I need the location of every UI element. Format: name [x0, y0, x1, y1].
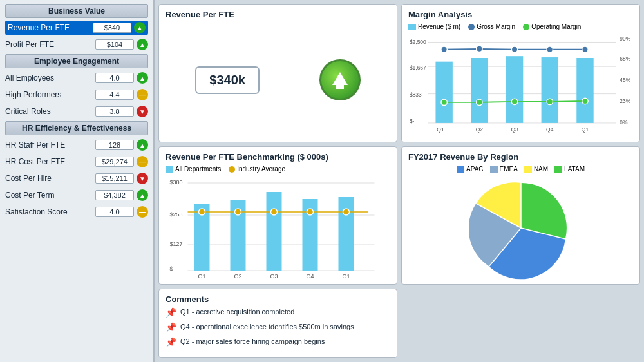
bench-bar-q3: [267, 192, 282, 271]
bar-q4: [542, 57, 558, 123]
legend-latam: LATAM: [554, 166, 585, 173]
metric-all-employees[interactable]: All Employees 4.0 ▲: [5, 71, 148, 85]
svg-text:$-: $-: [170, 265, 175, 272]
svg-text:Q1: Q1: [437, 126, 444, 133]
metric-satisfaction-score[interactable]: Satisfaction Score 4.0 —: [5, 205, 148, 219]
latam-swatch: [554, 166, 562, 173]
arrow-up-svg: [328, 68, 352, 91]
svg-text:$833: $833: [410, 91, 422, 98]
metric-value-revenue-per-fte: $340: [93, 23, 131, 33]
metric-critical-roles[interactable]: Critical Roles 3.8 ▼: [5, 104, 148, 119]
svg-text:Q4: Q4: [306, 273, 314, 278]
metric-value-cost-per-hire: $15,211: [95, 173, 134, 184]
trend-neutral-icon-3: —: [137, 206, 148, 218]
svg-text:Q3: Q3: [511, 126, 518, 133]
svg-text:Q1: Q1: [342, 273, 350, 278]
benchmarking-card: Revenue Per FTE Benchmarking ($ 000s) Al…: [158, 146, 397, 285]
comments-title: Comments: [166, 294, 390, 304]
ind-dot-3: [271, 209, 278, 215]
revenue-card-title: Revenue Per FTE: [166, 10, 234, 19]
sidebar: Business Value Revenue Per FTE $340 ▲ Pr…: [0, 0, 155, 362]
legend-emea-label: EMEA: [500, 166, 518, 173]
region-card: FY2017 Revenue By Region APAC EMEA NAM L…: [401, 146, 640, 285]
comment-text-2: Q4 - operational excellence tdentifies $…: [180, 323, 354, 330]
comment-1: 📌 Q1 - accretive acquisition completed: [166, 308, 390, 318]
metric-high-performers[interactable]: High Performers 4.4 —: [5, 88, 148, 102]
ind-dot-2: [235, 209, 242, 215]
op-dot-3: [511, 99, 517, 104]
metric-hr-staff-per-fte[interactable]: HR Staff Per FTE 128 ▲: [5, 138, 148, 152]
metric-hr-cost-per-fte[interactable]: HR Cost Per FTE $29,274 —: [5, 155, 148, 169]
legend-nam: NAM: [524, 166, 548, 173]
gross-dot-3: [511, 46, 517, 52]
svg-text:Q3: Q3: [270, 273, 278, 278]
metric-revenue-per-fte[interactable]: Revenue Per FTE $340 ▲: [5, 21, 148, 35]
all-depts-swatch: [166, 166, 173, 173]
bench-chart-svg: $380 $253 $127 $-: [166, 175, 390, 278]
op-dot-4: [547, 99, 553, 104]
legend-all-label: All Departments: [175, 166, 221, 173]
metric-cost-per-term[interactable]: Cost Per Term $4,382 ▲: [5, 188, 148, 202]
legend-apac: APAC: [457, 166, 484, 173]
section-business-value: Business Value: [5, 4, 148, 18]
legend-industry-label: Industry Average: [237, 166, 285, 173]
metric-label-hr-cost: HR Cost Per FTE: [5, 157, 95, 166]
metric-value-hr-staff: 128: [95, 140, 134, 150]
main-content: Revenue Per FTE $340k Margin Analysis Re…: [155, 0, 644, 362]
svg-text:$-: $-: [410, 118, 415, 124]
metric-profit-per-fte[interactable]: Profit Per FTE $104 ▲: [5, 37, 148, 52]
svg-text:$2,500: $2,500: [410, 39, 426, 45]
metric-value-critical-roles: 3.8: [95, 106, 134, 117]
svg-text:$253: $253: [170, 211, 183, 218]
svg-text:90%: 90%: [620, 35, 630, 42]
bench-bar-q5: [339, 197, 354, 271]
comment-3: 📌 Q2 - major sales force hiring campaign…: [166, 338, 390, 347]
trend-neutral-icon: —: [137, 89, 148, 100]
section-employee-engagement: Employee Engagement: [5, 54, 148, 68]
svg-text:23%: 23%: [620, 98, 630, 104]
bar-q2: [471, 58, 488, 123]
op-dot-2: [477, 99, 482, 105]
trend-up-icon-3: ▲: [137, 72, 148, 84]
gross-swatch: [468, 24, 475, 30]
pin-icon-3: 📌: [166, 337, 176, 347]
bar-q3: [506, 56, 523, 123]
ind-dot-5: [343, 209, 350, 215]
metric-value-hr-cost: $29,274: [95, 157, 134, 167]
emea-swatch: [490, 166, 498, 173]
trend-up-icon-2: ▲: [137, 39, 148, 50]
svg-marker-0: [332, 72, 348, 89]
trend-neutral-icon-2: —: [137, 156, 148, 167]
margin-card-title: Margin Analysis: [408, 10, 633, 19]
region-title: FY2017 Revenue By Region: [408, 152, 633, 162]
metric-label-hr-staff: HR Staff Per FTE: [5, 140, 95, 149]
apac-swatch: [457, 166, 464, 173]
legend-apac-label: APAC: [466, 166, 484, 173]
legend-latam-label: LATAM: [564, 166, 585, 173]
bar-q5: [576, 58, 593, 123]
metric-label-high-performers: High Performers: [5, 90, 95, 99]
svg-text:68%: 68%: [620, 55, 630, 62]
legend-nam-label: NAM: [534, 166, 548, 173]
ind-dot-1: [199, 209, 205, 215]
gross-dot-5: [582, 46, 588, 52]
metric-value-profit-per-fte: $104: [95, 39, 134, 50]
bar-q1: [435, 62, 452, 123]
metric-value-satisfaction: 4.0: [95, 207, 134, 217]
pie-chart-svg: [469, 176, 573, 280]
legend-emea: EMEA: [490, 166, 518, 173]
revenue-body: $340k: [166, 23, 390, 137]
gross-dot-1: [441, 46, 447, 52]
margin-chart-svg: $2,500 $1,667 $833 $- 90% 68% 45% 23% 0%: [408, 33, 633, 137]
gross-dot-4: [547, 46, 553, 52]
metric-value-cost-per-term: $4,382: [95, 190, 134, 200]
legend-industry-avg: Industry Average: [229, 166, 285, 173]
metric-label-satisfaction: Satisfaction Score: [5, 207, 95, 216]
metric-label-revenue-per-fte: Revenue Per FTE: [8, 23, 93, 32]
comment-text-3: Q2 - major sales force hiring campaign b…: [180, 338, 325, 345]
pin-icon-1: 📌: [166, 307, 176, 318]
margin-analysis-card: Margin Analysis Revenue ($ m) Gross Marg…: [401, 4, 640, 142]
metric-cost-per-hire[interactable]: Cost Per Hire $15,211 ▼: [5, 171, 148, 186]
op-dot-5: [582, 98, 588, 104]
svg-text:Q4: Q4: [546, 126, 554, 133]
